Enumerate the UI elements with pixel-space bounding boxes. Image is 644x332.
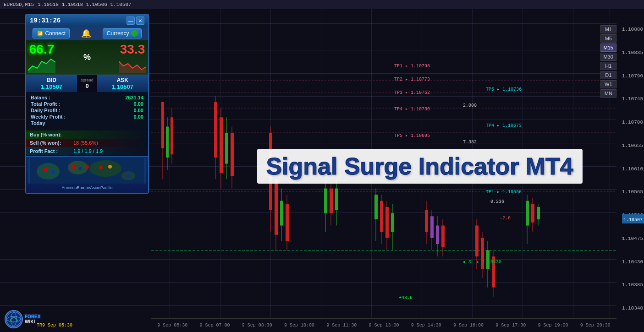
tf-h1[interactable]: H1 — [600, 62, 616, 70]
stats-section: Balans : 2631.14 Total Profit : 0.00 Dai… — [26, 92, 148, 130]
balans-label: Balans : — [31, 95, 50, 100]
svg-rect-62 — [531, 204, 534, 223]
svg-point-68 — [68, 161, 88, 174]
bid-side: BID 1.10507 — [26, 75, 77, 92]
sell-row: Sell (% won): 18 (55.6%) — [26, 139, 148, 147]
svg-rect-38 — [380, 201, 383, 232]
svg-point-73 — [71, 164, 76, 169]
bell-icon[interactable]: 🔔 — [81, 28, 91, 38]
profit-fact-row: Profit Fact : 1.9 / 1.9 / 1.9 — [26, 147, 148, 155]
fib-label-2000: 2.000 — [463, 103, 477, 108]
stat-minus26: -2.6 — [500, 216, 511, 221]
svg-rect-40 — [385, 207, 389, 238]
price-label: 1.10340 — [622, 305, 643, 311]
sell-value: 18 (55.6%) — [73, 140, 98, 146]
tf-w1[interactable]: W1 — [600, 80, 616, 88]
price-label: 1.10700 — [622, 120, 643, 125]
price-label: 1.10655 — [622, 143, 643, 148]
signal-green-percent: 66.7 — [29, 42, 55, 57]
widget-close-button[interactable]: ✕ — [136, 16, 144, 25]
balans-value: 2631.14 — [125, 95, 143, 100]
logo-text: FOREX — [25, 314, 40, 319]
symbol-label: EURUSD,M15 — [4, 2, 34, 7]
time-label: 9 Sep 10:00 — [284, 323, 314, 328]
signal-green-side: 66.7 — [28, 42, 55, 73]
spread-value: 0 — [85, 82, 88, 89]
tf-m15[interactable]: M15 — [600, 44, 616, 52]
svg-rect-32 — [330, 189, 333, 213]
currency-label: Currency — [107, 30, 129, 37]
ask-side: ASK 1.10507 — [97, 75, 148, 92]
svg-rect-20 — [231, 133, 234, 176]
svg-rect-44 — [425, 210, 428, 232]
daily-profit-row: Daily Profit : 0.00 — [31, 108, 143, 113]
price-label: 1.10880 — [622, 27, 643, 32]
svg-rect-52 — [475, 226, 479, 257]
today-row: Today — [31, 120, 143, 126]
tp4-label-right: TP4 ▸ 1.10673 — [486, 123, 522, 128]
connect-label: Connect — [45, 30, 66, 37]
timeframe-buttons: M1 M5 M15 M30 H1 D1 W1 MN — [600, 25, 616, 98]
svg-rect-24 — [275, 179, 278, 235]
tf-d1[interactable]: D1 — [600, 71, 616, 79]
tr-indicator: TR9 Sep 05:30 — [37, 320, 72, 328]
price-label: 1.10565 — [622, 189, 643, 195]
price-label: 1.10385 — [622, 282, 643, 288]
wifi-icon: 📶 — [37, 30, 43, 37]
widget-header: 19:31:26 — ✕ — [26, 15, 148, 27]
svg-point-76 — [99, 166, 103, 169]
svg-rect-36 — [374, 195, 378, 219]
svg-rect-28 — [286, 204, 289, 241]
region-america: America — [61, 185, 77, 190]
tp1-label-right: TP1 ▸ 1.10556 — [486, 189, 522, 195]
time-label: 9 Sep 19:00 — [538, 323, 568, 328]
total-profit-row: Total Profit : 0.00 — [31, 101, 143, 107]
fib-label-t382: T.382 — [463, 140, 477, 145]
current-price-box: 1.10507 — [622, 214, 644, 223]
map-regions: America Europe Asian Pacific — [60, 185, 114, 191]
svg-point-67 — [37, 163, 60, 180]
currency-button[interactable]: Currency 💲 — [103, 28, 142, 38]
total-profit-value: 0.00 — [134, 101, 143, 107]
tf-m5[interactable]: M5 — [600, 34, 616, 43]
fib-label-0236: 0.236 — [490, 199, 504, 204]
widget-nav: 📶 Connect 🔔 Currency 💲 — [26, 27, 148, 40]
buy-label: Buy (% won): — [30, 132, 73, 137]
profit-fact-label: Profit Fact : — [30, 148, 73, 154]
widget-minimize-button[interactable]: — — [127, 16, 135, 25]
tp3-label-left: TP3 ▸ 1.10752 — [394, 90, 430, 95]
time-axis: 9 Sep 05:30 9 Sep 07:00 9 Sep 08:30 9 Se… — [151, 318, 616, 332]
signal-green-chart — [28, 57, 55, 73]
price-label: 1.10430 — [622, 259, 643, 265]
tf-m1[interactable]: M1 — [600, 25, 616, 33]
svg-point-79 — [6, 312, 21, 327]
signal-pct-symbol: % — [83, 53, 91, 62]
svg-point-77 — [108, 165, 112, 169]
svg-point-75 — [85, 165, 89, 169]
svg-rect-60 — [526, 201, 529, 226]
today-label: Today — [31, 120, 45, 126]
price-label: 1.10475 — [622, 236, 643, 241]
tp5-label-right: TP5 ▸ 1.10736 — [486, 87, 522, 92]
tf-m30[interactable]: M30 — [600, 53, 616, 61]
daily-profit-value: 0.00 — [134, 108, 143, 113]
price-label: 1.10745 — [622, 96, 643, 102]
svg-rect-14 — [214, 102, 217, 158]
widget-panel: 19:31:26 — ✕ 📶 Connect 🔔 Currency 💲 66.7… — [25, 14, 149, 194]
signal-red-percent: 33.3 — [120, 42, 145, 57]
sell-label: Sell (% won): — [30, 140, 73, 146]
candle-chart — [151, 9, 616, 318]
svg-rect-12 — [171, 117, 173, 154]
balans-row: Balans : 2631.14 — [31, 95, 143, 100]
connect-button[interactable]: 📶 Connect — [33, 28, 70, 38]
tp5-label-left: TP5 ▸ 1.10695 — [394, 133, 430, 138]
tf-mn[interactable]: MN — [600, 89, 616, 98]
spread-section: spread 0 — [77, 75, 97, 92]
tr-label: TR9 Sep 05:30 — [37, 323, 72, 328]
svg-point-69 — [89, 160, 121, 177]
time-label: 9 Sep 16:00 — [453, 323, 484, 328]
weekly-profit-row: Weekly Profit : 0.00 — [31, 114, 143, 120]
spread-label-mini: spread — [81, 78, 94, 82]
svg-point-78 — [127, 174, 130, 178]
tp2-label-left: TP2 ▸ 1.10773 — [394, 76, 430, 82]
